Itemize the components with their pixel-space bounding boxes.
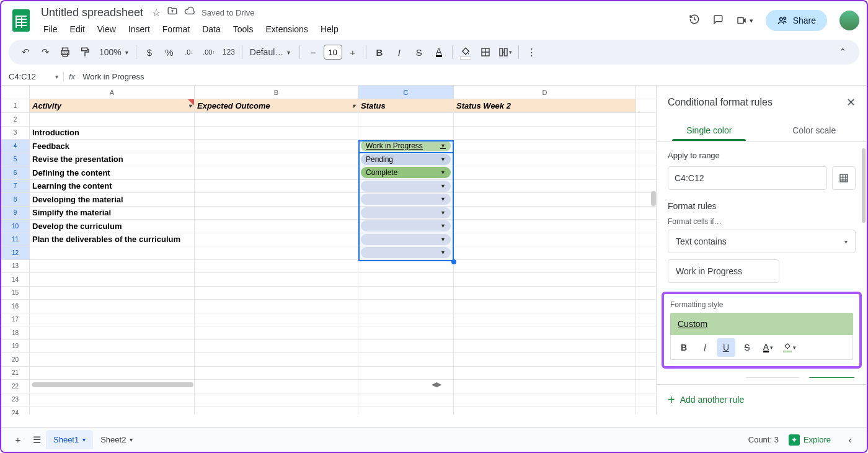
cell[interactable] — [454, 380, 636, 393]
cell[interactable] — [358, 313, 454, 326]
cell[interactable] — [195, 140, 358, 153]
selection-handle[interactable] — [451, 259, 456, 264]
cell[interactable] — [454, 166, 636, 179]
style-text-color[interactable]: A▾ — [759, 338, 777, 357]
cell[interactable]: Status — [358, 99, 454, 112]
cell[interactable] — [195, 220, 358, 233]
filter-icon[interactable]: ▾ — [352, 102, 355, 109]
cell[interactable]: Defining the content — [30, 166, 195, 179]
undo-button[interactable]: ↶ — [16, 43, 35, 61]
row-header[interactable]: 18 — [1, 326, 30, 339]
sheets-logo[interactable] — [9, 8, 33, 33]
cell[interactable] — [454, 367, 636, 380]
select-all-corner[interactable] — [1, 86, 30, 99]
status-chip[interactable]: ▼ — [361, 220, 451, 231]
row-header[interactable]: 8 — [1, 193, 30, 206]
chevron-down-icon[interactable]: ▼ — [440, 196, 446, 202]
side-panel-toggle[interactable]: ‹ — [841, 431, 859, 449]
strikethrough-button[interactable]: S — [410, 43, 428, 61]
sheet-tab[interactable]: Sheet1▾ — [46, 430, 93, 449]
cell[interactable] — [454, 406, 636, 415]
range-input[interactable]: C4:C12 — [668, 166, 827, 190]
panel-scrollbar[interactable] — [862, 148, 866, 223]
status-chip[interactable]: ▼ — [361, 181, 451, 192]
status-chip[interactable]: ▼ — [361, 247, 451, 258]
close-panel-button[interactable]: ✕ — [846, 96, 856, 109]
menu-edit[interactable]: Edit — [65, 22, 90, 37]
chevron-down-icon[interactable]: ▼ — [440, 249, 446, 256]
more-formats-button[interactable]: 123 — [219, 43, 238, 61]
cell[interactable] — [358, 300, 454, 313]
cell[interactable] — [358, 340, 454, 353]
style-strikethrough[interactable]: S — [738, 338, 756, 357]
cell[interactable] — [195, 113, 358, 126]
col-header-C[interactable]: C — [358, 86, 454, 99]
cell[interactable] — [454, 260, 636, 273]
cell[interactable] — [30, 406, 195, 415]
cell[interactable] — [30, 340, 195, 353]
cell[interactable]: Introduction — [30, 127, 195, 140]
tab-color-scale[interactable]: Color scale — [762, 119, 867, 141]
history-icon[interactable] — [689, 14, 700, 28]
doc-title[interactable]: Untitled spreadsheet — [38, 5, 146, 20]
horizontal-scrollbar[interactable] — [32, 382, 193, 387]
condition-dropdown[interactable]: Text contains▾ — [668, 230, 856, 253]
comments-icon[interactable] — [712, 14, 724, 28]
add-sheet-button[interactable]: + — [9, 431, 27, 449]
cell[interactable] — [195, 287, 358, 300]
share-button[interactable]: Share — [766, 10, 827, 31]
cell[interactable] — [454, 233, 636, 246]
menu-tools[interactable]: Tools — [228, 22, 259, 37]
cloud-saved-icon[interactable] — [184, 6, 195, 19]
add-another-rule[interactable]: + Add another rule — [657, 384, 867, 415]
cell[interactable] — [30, 393, 195, 406]
col-header-D[interactable]: D — [454, 86, 636, 99]
account-avatar[interactable] — [839, 11, 859, 30]
condition-value-input[interactable]: Work in Progress — [668, 259, 779, 283]
selection-count[interactable]: Count: 3 — [748, 435, 779, 444]
style-fill-color[interactable]: ▾ — [780, 338, 799, 357]
decrease-font-size[interactable]: − — [304, 43, 322, 61]
cell[interactable] — [454, 207, 636, 220]
cell[interactable] — [30, 367, 195, 380]
cell[interactable] — [30, 313, 195, 326]
collapse-toolbar-button[interactable]: ⌃ — [833, 43, 852, 61]
cancel-button[interactable]: Cancel — [745, 377, 800, 378]
cell[interactable]: ▼ — [358, 246, 454, 259]
cell[interactable] — [195, 340, 358, 353]
chevron-down-icon[interactable]: ▼ — [440, 156, 446, 163]
cell[interactable]: ▼ — [358, 220, 454, 233]
row-header[interactable]: 24 — [1, 406, 30, 415]
cell[interactable] — [358, 127, 454, 140]
cell[interactable] — [454, 113, 636, 126]
cell[interactable] — [358, 326, 454, 339]
name-box[interactable]: C4:C12▾ — [9, 72, 63, 81]
menu-help[interactable]: Help — [316, 22, 343, 37]
cell[interactable] — [195, 326, 358, 339]
cell[interactable]: Develop the curriculum — [30, 220, 195, 233]
col-header-B[interactable]: B — [195, 86, 358, 99]
tab-single-color[interactable]: Single color — [657, 119, 762, 141]
cell[interactable] — [454, 180, 636, 193]
cell[interactable]: Expected Outcome▾ — [195, 99, 358, 112]
cell[interactable] — [358, 273, 454, 286]
cell[interactable] — [195, 273, 358, 286]
status-chip[interactable]: Pending▼ — [361, 154, 451, 165]
formula-input[interactable]: Work in Progress — [80, 72, 144, 81]
cell[interactable] — [30, 300, 195, 313]
cell[interactable] — [195, 300, 358, 313]
cell[interactable]: ▼ — [358, 193, 454, 206]
cell[interactable] — [454, 300, 636, 313]
bold-button[interactable]: B — [370, 43, 389, 61]
cell[interactable] — [195, 193, 358, 206]
cell[interactable] — [30, 353, 195, 366]
cell[interactable] — [454, 193, 636, 206]
text-color-button[interactable]: A — [430, 43, 448, 61]
row-header[interactable]: 21 — [1, 367, 30, 380]
row-header[interactable]: 23 — [1, 393, 30, 406]
cell[interactable] — [30, 326, 195, 339]
cell[interactable] — [195, 153, 358, 166]
meet-button[interactable]: ▾ — [736, 15, 753, 26]
cell[interactable]: Work in Progress▼ — [358, 140, 454, 153]
row-header[interactable]: 17 — [1, 313, 30, 326]
